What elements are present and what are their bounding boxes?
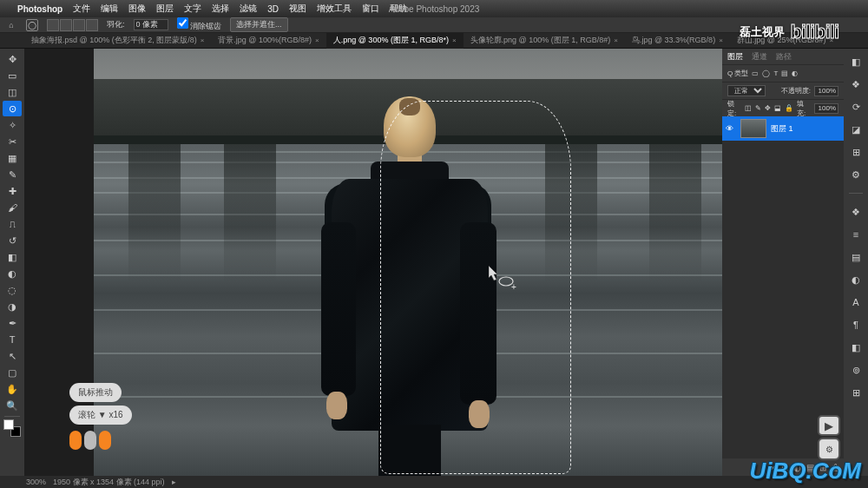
healing-tool-icon[interactable]: ✚ [3,183,22,199]
rail-history-icon[interactable]: ▤ [848,249,864,265]
type-tool-icon[interactable]: T [3,332,22,347]
layer-row[interactable]: 👁 图层 1 [722,116,844,141]
crop-tool-icon[interactable]: ✂ [3,134,22,149]
pen-tool-icon[interactable]: ✒ [3,315,22,331]
tab-doc-1[interactable]: 背景.jpg @ 100%(RGB/8#)× [211,33,326,49]
canvas[interactable]: + 鼠标推动 滚轮 ▼ x16 [24,49,722,476]
layer-name[interactable]: 图层 1 [771,123,793,135]
menu-layer[interactable]: 图层 [156,3,174,15]
tv-overlay-icon: ▶ [818,415,840,436]
tab-channels[interactable]: 通道 [752,51,767,63]
rail-libraries-icon[interactable]: ❖ [848,204,864,220]
filter-smart-icon[interactable]: ◐ [792,69,798,77]
mouse-right-icon [99,431,111,450]
brush-tool-icon[interactable]: 🖌 [3,200,22,215]
history-brush-tool-icon[interactable]: ↺ [3,233,22,248]
selection-add-icon[interactable] [60,19,72,31]
marquee-tool-icon[interactable]: ◫ [3,84,22,100]
layer-thumbnail[interactable] [740,119,766,138]
doc-info[interactable]: 1950 像素 x 1354 像素 (144 ppi) [53,477,165,488]
tool-preset-icon[interactable]: ◯ [26,19,38,31]
dodge-tool-icon[interactable]: ◑ [3,299,22,314]
foreground-color-swatch[interactable] [3,419,14,430]
rail-actions-icon[interactable]: ◐ [848,272,864,287]
artboard-tool-icon[interactable]: ▭ [3,68,22,83]
rail-gradients-icon[interactable]: ⟳ [848,99,864,115]
antialias-checkbox[interactable]: 消除锯齿 [177,17,222,32]
zoom-level[interactable]: 300% [26,478,46,486]
lock-artboard-icon[interactable]: ⬓ [774,104,781,112]
rail-brushes-icon[interactable]: ≡ [848,227,864,242]
video-branding: 磊土视界 bilibili [740,21,838,43]
chevron-right-icon[interactable]: ▸ [172,478,176,486]
menu-image[interactable]: 图像 [128,3,146,15]
rail-adjust-icon[interactable]: ⊞ [848,144,864,160]
menu-plugins[interactable]: 增效工具 [317,3,352,15]
rail-paragraph-icon[interactable]: ¶ [848,317,864,333]
rail-navigator-icon[interactable]: ⊚ [848,362,864,378]
hand-tool-icon[interactable]: ✋ [3,381,22,397]
shape-tool-icon[interactable]: ▢ [3,365,22,380]
filter-type-icon[interactable]: T [773,69,778,77]
path-select-tool-icon[interactable]: ↖ [3,348,22,364]
close-icon[interactable]: × [201,36,205,44]
lock-all-icon[interactable]: 🔒 [785,104,793,112]
feather-input[interactable] [134,19,168,30]
rail-patterns-icon[interactable]: ◪ [848,122,864,137]
move-tool-icon[interactable]: ✥ [3,51,22,67]
gradient-tool-icon[interactable]: ◐ [3,266,22,281]
fill-input[interactable] [814,103,838,114]
tab-doc-2[interactable]: 人.png @ 300% (图层 1, RGB/8*)× [326,33,464,49]
menu-type[interactable]: 文字 [184,3,201,15]
rail-character-icon[interactable]: A [848,294,864,310]
menu-filter[interactable]: 滤镜 [240,3,257,15]
mouse-middle-icon [84,431,96,450]
blur-tool-icon[interactable]: ◌ [3,282,22,298]
menu-select[interactable]: 选择 [212,3,229,15]
menu-edit[interactable]: 编辑 [101,3,118,15]
tab-paths[interactable]: 路径 [776,51,792,63]
frame-tool-icon[interactable]: ▦ [3,150,22,166]
rail-info-icon[interactable]: ◧ [848,340,864,355]
stamp-tool-icon[interactable]: ⎍ [3,216,22,232]
filter-pixel-icon[interactable]: ▭ [752,69,759,77]
zoom-tool-icon[interactable]: 🔍 [3,398,22,413]
rail-layers-icon[interactable]: ⊞ [848,385,864,400]
lasso-tool-icon[interactable]: ⊙ [3,101,22,116]
lock-pixels-icon[interactable]: ✎ [755,104,761,112]
close-icon[interactable]: × [719,36,723,44]
close-icon[interactable]: × [614,36,618,44]
selection-subtract-icon[interactable] [73,19,85,31]
rail-swatches-icon[interactable]: ❖ [848,76,864,92]
home-icon[interactable]: ⌂ [5,19,17,31]
visibility-eye-icon[interactable]: 👁 [726,124,736,133]
layer-filter-row: Q 类型 ▭ ◯ T ▤ ◐ [722,64,844,82]
selection-intersect-icon[interactable] [86,19,98,31]
menu-3d[interactable]: 3D [267,4,279,14]
close-icon[interactable]: × [315,36,319,44]
eraser-tool-icon[interactable]: ◧ [3,249,22,265]
tab-doc-4[interactable]: 鸟.jpg @ 33.3%(RGB/8)× [625,33,730,49]
tab-layers[interactable]: 图层 [727,51,743,63]
lock-position-icon[interactable]: ✥ [765,104,771,112]
app-name[interactable]: Photoshop [17,4,62,14]
selection-new-icon[interactable] [47,19,59,31]
tab-doc-3[interactable]: 头像轮廓.png @ 100% (图层 1, RGB/8#)× [464,33,625,49]
wand-tool-icon[interactable]: ✧ [3,117,22,133]
mouse-left-icon [69,431,82,450]
filter-shape-icon[interactable]: ▤ [781,69,788,77]
blend-mode-select[interactable]: 正常 [727,85,766,96]
eyedropper-tool-icon[interactable]: ✎ [3,167,22,182]
rail-properties-icon[interactable]: ⚙ [848,167,864,182]
filter-adjust-icon[interactable]: ◯ [762,69,770,77]
menu-file[interactable]: 文件 [73,3,90,15]
close-icon[interactable]: × [452,36,457,44]
tab-doc-0[interactable]: 抽象海报.psd @ 100% (色彩平衡 2, 图层蒙版/8)× [24,33,211,49]
menu-view[interactable]: 视图 [289,3,306,15]
menu-window[interactable]: 窗口 [362,3,379,15]
rail-color-icon[interactable]: ◧ [848,54,864,69]
color-swatches[interactable] [3,419,21,437]
select-and-mask-button[interactable]: 选择并遮住... [230,17,288,32]
opacity-input[interactable] [814,86,838,96]
lock-transparency-icon[interactable]: ◫ [745,104,752,112]
